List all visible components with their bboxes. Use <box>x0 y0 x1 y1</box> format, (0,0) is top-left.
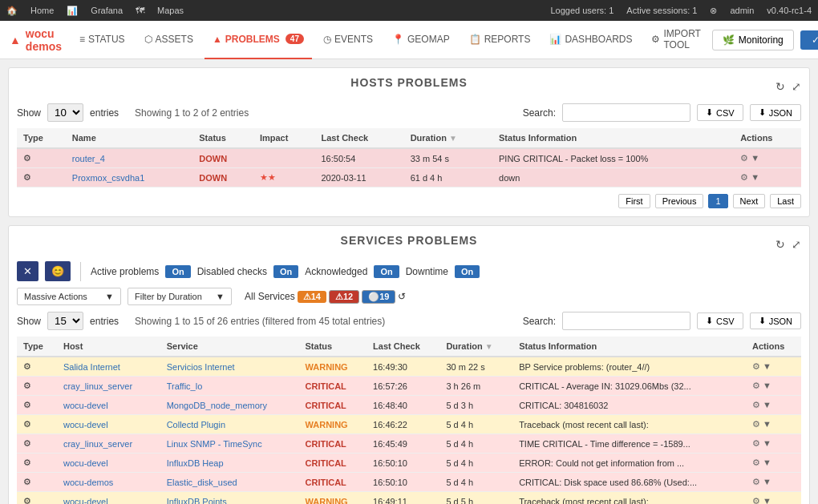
svc-status-cell: CRITICAL <box>299 473 367 492</box>
nav-import-tool[interactable]: ⚙ IMPORT TOOL <box>643 21 708 59</box>
chevron-down-icon2: ▼ <box>216 292 225 301</box>
brand[interactable]: ▲ wocu demos <box>10 27 62 53</box>
duration-cell: 61 d 4 h <box>404 168 492 187</box>
topbar-home[interactable]: Home <box>30 6 54 15</box>
svc-service-link[interactable]: Collectd Plugin <box>167 420 225 429</box>
hosts-expand-icon[interactable]: ⤢ <box>792 80 801 93</box>
svc-service-link[interactable]: Elastic_disk_used <box>167 478 237 487</box>
svc-status-cell: WARNING <box>299 357 367 377</box>
host-name-link[interactable]: Proxmox_csvdha1 <box>72 173 145 183</box>
svc-type-cell: ⚙ <box>17 415 57 434</box>
hosts-refresh-icon[interactable]: ↻ <box>775 80 785 93</box>
services-search-label: Search: <box>523 316 556 327</box>
circle-icon: ⊗ <box>710 6 717 16</box>
svc-service-link[interactable]: Linux SNMP - TimeSync <box>167 439 262 449</box>
services-toggle-bar: ✕ 😊 Active problems On Disabled checks O… <box>17 261 801 281</box>
svc-actions-gear-icon[interactable]: ⚙ ▼ <box>752 458 771 467</box>
topbar-grafana[interactable]: Grafana <box>91 6 123 15</box>
svc-host-link[interactable]: cray_linux_server <box>63 381 132 391</box>
show-select[interactable]: 10 <box>47 103 83 122</box>
svc-service-link[interactable]: Servicios Internet <box>167 362 235 372</box>
hosts-search-input[interactable] <box>562 103 690 122</box>
check-button[interactable]: ✓ Check <box>800 30 818 50</box>
downtime-toggle[interactable]: On <box>455 265 480 278</box>
col-impact: Impact <box>253 128 315 148</box>
svc-sort-icon: ▼ <box>485 342 493 351</box>
disabled-checks-toggle[interactable]: On <box>273 265 298 278</box>
check-icon: ✓ <box>812 34 818 46</box>
svc-actions-gear-icon[interactable]: ⚙ ▼ <box>752 400 771 409</box>
icon-btn-2[interactable]: 😊 <box>45 261 71 281</box>
reports-icon: 📋 <box>469 34 481 45</box>
table-row: ⚙ wocu-devel MongoDB_node_memory CRITICA… <box>17 396 801 415</box>
svc-host-link[interactable]: cray_linux_server <box>63 439 132 449</box>
svc-status-cell: CRITICAL <box>299 377 367 396</box>
svc-service-link[interactable]: MongoDB_node_memory <box>167 401 267 410</box>
monitoring-button[interactable]: 🌿 Monitoring <box>712 30 794 50</box>
svc-host-link[interactable]: Salida Internet <box>63 362 120 372</box>
services-search-input[interactable] <box>562 312 690 330</box>
svc-actions-gear-icon[interactable]: ⚙ ▼ <box>752 477 771 486</box>
services-csv-button[interactable]: ⬇ CSV <box>697 312 743 329</box>
impact-value: ★★ <box>260 172 276 182</box>
host-name-link[interactable]: router_4 <box>72 154 105 163</box>
nav-status[interactable]: ≡ STATUS <box>71 21 133 59</box>
type-cell: ⚙ <box>17 148 66 168</box>
active-problems-toggle[interactable]: On <box>165 265 190 278</box>
user-menu[interactable]: admin <box>730 6 754 15</box>
services-expand-icon[interactable]: ⤢ <box>792 238 801 251</box>
icon-btn-1[interactable]: ✕ <box>17 261 38 281</box>
svc-actions-gear-icon[interactable]: ⚙ ▼ <box>752 381 771 390</box>
col-type: Type <box>17 128 66 148</box>
svc-status-cell: CRITICAL <box>299 396 367 415</box>
hosts-json-button[interactable]: ⬇ JSON <box>750 104 801 121</box>
services-problems-section: SERVICES PROBLEMS ↻ ⤢ ✕ 😊 Active problem… <box>8 225 810 504</box>
actions-gear-icon[interactable]: ⚙ ▼ <box>740 153 759 163</box>
svc-host-link[interactable]: wocu-devel <box>63 420 108 429</box>
svc-service-cell: Linux SNMP - TimeSync <box>160 434 299 454</box>
nav-dashboards[interactable]: 📊 DASHBOARDS <box>541 21 640 59</box>
svc-actions-gear-icon[interactable]: ⚙ ▼ <box>752 419 771 429</box>
svc-actions-gear-icon[interactable]: ⚙ ▼ <box>752 496 771 504</box>
svc-host-link[interactable]: wocu-devel <box>63 401 108 410</box>
next-button[interactable]: Next <box>733 194 766 208</box>
svc-host-cell: wocu-devel <box>57 396 160 415</box>
nav-reports[interactable]: 📋 REPORTS <box>461 21 539 59</box>
reload-icon[interactable]: ↺ <box>398 291 406 302</box>
svc-type-icon: ⚙ <box>23 458 31 467</box>
disabled-checks-label: Disabled checks <box>197 266 267 277</box>
filter-duration-dropdown[interactable]: Filter by Duration ▼ <box>128 288 232 305</box>
svc-host-link[interactable]: wocu-devel <box>63 497 108 505</box>
actions-gear-icon[interactable]: ⚙ ▼ <box>740 172 759 182</box>
download-icon: ⬇ <box>706 107 713 118</box>
services-json-button[interactable]: ⬇ JSON <box>750 312 801 329</box>
services-table-controls: Show 15 entries Showing 1 to 15 of 26 en… <box>17 312 801 330</box>
hosts-csv-button[interactable]: ⬇ CSV <box>697 104 743 121</box>
massive-actions-dropdown[interactable]: Massive Actions ▼ <box>17 288 121 305</box>
topbar-mapas[interactable]: Mapas <box>157 6 184 15</box>
duration-cell: 33 m 54 s <box>404 148 492 168</box>
nav-geomap[interactable]: 📍 GEOMAP <box>384 21 458 59</box>
name-cell: router_4 <box>66 148 192 168</box>
svc-service-link[interactable]: Traffic_lo <box>167 381 203 391</box>
first-button[interactable]: First <box>618 194 650 208</box>
svc-statusinfo-cell: BP Service problems: (router_4//) <box>512 357 746 377</box>
svc-host-link[interactable]: wocu-devel <box>63 458 108 468</box>
previous-button[interactable]: Previous <box>655 194 704 208</box>
badge-warning[interactable]: ⚠14 <box>298 291 326 303</box>
nav-problems[interactable]: ▲ PROBLEMS 47 <box>204 21 312 59</box>
services-show-select[interactable]: 15 <box>47 312 83 330</box>
nav-events[interactable]: ◷ EVENTS <box>315 21 381 59</box>
svc-service-link[interactable]: InfluxDB Points <box>167 497 227 505</box>
services-refresh-icon[interactable]: ↻ <box>775 238 785 251</box>
svc-host-cell: wocu-demos <box>57 473 160 492</box>
last-button[interactable]: Last <box>770 194 801 208</box>
svc-host-link[interactable]: wocu-demos <box>63 478 113 487</box>
svc-actions-gear-icon[interactable]: ⚙ ▼ <box>752 361 771 371</box>
nav-assets[interactable]: ⬡ ASSETS <box>136 21 201 59</box>
acknowledged-toggle[interactable]: On <box>374 265 399 278</box>
badge-other[interactable]: ⚪19 <box>362 290 395 304</box>
badge-critical[interactable]: ⚠12 <box>329 290 359 304</box>
svc-service-link[interactable]: InfluxDB Heap <box>167 458 224 468</box>
svc-actions-gear-icon[interactable]: ⚙ ▼ <box>752 438 771 448</box>
